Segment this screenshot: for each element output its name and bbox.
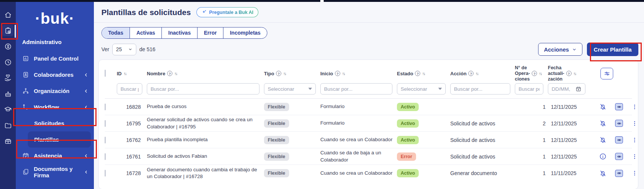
cell-id: 16728 bbox=[117, 170, 147, 176]
help-icon[interactable]: ? bbox=[468, 71, 474, 76]
tipo-badge: Flexible bbox=[264, 119, 289, 128]
notifications-off-icon[interactable] bbox=[599, 169, 607, 177]
help-icon[interactable]: ? bbox=[276, 71, 281, 76]
help-icon[interactable]: ? bbox=[566, 71, 572, 76]
sidebar-item-colaboradores[interactable]: Colaboradores bbox=[16, 67, 94, 83]
filter-accion-input[interactable] bbox=[450, 83, 510, 94]
row-checkbox[interactable] bbox=[105, 153, 106, 160]
page-size-value: 25 bbox=[116, 46, 122, 52]
filter-nombre-input[interactable] bbox=[147, 83, 259, 94]
cell-inicio: Cuando se crea un Colaborador bbox=[320, 170, 397, 177]
preview-button[interactable] bbox=[615, 103, 623, 110]
cell-fecha: 12/11/2025 bbox=[548, 154, 590, 160]
rail-remuneraciones-icon[interactable] bbox=[2, 42, 14, 50]
rail-celebraciones-cake-icon[interactable] bbox=[2, 90, 14, 98]
notifications-off-icon[interactable] bbox=[599, 119, 607, 127]
sidebar-item-solicitudes[interactable]: Solicitudes bbox=[28, 115, 91, 131]
rail-asistencia-clock-icon[interactable] bbox=[2, 58, 14, 66]
tab-todas[interactable]: Todas bbox=[102, 27, 130, 38]
sidebar-item-panel-de-control[interactable]: Panel de Control bbox=[16, 50, 94, 67]
filter-tipo-select[interactable]: Seleccionar bbox=[264, 83, 316, 94]
rail-workflow-clipboard-icon[interactable] bbox=[2, 25, 14, 36]
preview-button[interactable] bbox=[615, 153, 623, 160]
notifications-off-icon[interactable] bbox=[599, 103, 607, 111]
tipo-badge: Flexible bbox=[264, 136, 289, 144]
cell-num-operaciones: 1 bbox=[515, 154, 548, 160]
sort-icon[interactable]: ↑↓ bbox=[573, 71, 576, 76]
kebab-menu-icon[interactable] bbox=[631, 153, 638, 160]
sidebar-item-label: Documentos y Firma bbox=[34, 166, 84, 178]
crear-plantilla-button[interactable]: Crear Plantilla bbox=[587, 43, 638, 56]
help-icon[interactable]: ? bbox=[532, 71, 537, 76]
chevron-down-icon bbox=[128, 47, 133, 52]
sidebar-item-workflow[interactable]: Workflow bbox=[16, 99, 94, 115]
column-header-num-operaciones: N° de Opera- ciones ? ↑↓ bbox=[515, 65, 548, 82]
cell-id: 16762 bbox=[117, 137, 147, 143]
tab-error[interactable]: Error bbox=[197, 27, 223, 38]
row-checkbox[interactable] bbox=[105, 120, 106, 127]
kebab-menu-icon[interactable] bbox=[631, 120, 638, 127]
tab-incompletas[interactable]: Incompletas bbox=[223, 27, 267, 38]
column-settings-button[interactable] bbox=[600, 68, 613, 79]
select-all-checkbox[interactable] bbox=[105, 70, 106, 77]
sort-icon[interactable]: ↑↓ bbox=[342, 71, 345, 76]
notifications-off-icon[interactable] bbox=[599, 136, 607, 144]
dropdown-arrow-icon bbox=[438, 88, 442, 90]
sort-icon[interactable]: ↑↓ bbox=[124, 71, 126, 76]
calendar-icon[interactable] bbox=[575, 86, 582, 92]
sidebar-item-documentos-y-firma[interactable]: Documentos y Firma bbox=[16, 164, 94, 180]
eye-icon bbox=[617, 154, 622, 159]
rail-home-icon[interactable] bbox=[2, 11, 14, 19]
estado-badge: Activo bbox=[397, 119, 419, 128]
eye-icon bbox=[617, 121, 622, 126]
sort-icon[interactable]: ↑↓ bbox=[475, 71, 478, 76]
rail-modulos-icon[interactable] bbox=[2, 137, 14, 145]
rail-documentos-folder-icon[interactable] bbox=[2, 121, 14, 130]
filter-id-input[interactable] bbox=[117, 83, 142, 94]
column-header-estado: Estado ? ↑↓ bbox=[397, 71, 450, 76]
filter-estado-select[interactable]: Seleccionar bbox=[397, 83, 446, 94]
filter-num-operaciones-input[interactable] bbox=[515, 83, 543, 94]
help-icon[interactable]: ? bbox=[167, 71, 172, 76]
filter-inicio-input[interactable] bbox=[320, 83, 392, 94]
tab-inactivas[interactable]: Inactivas bbox=[161, 27, 197, 38]
help-icon[interactable]: ? bbox=[335, 71, 340, 76]
acciones-button[interactable]: Acciones bbox=[538, 43, 582, 56]
cell-fecha: 12/11/2025 bbox=[548, 137, 590, 143]
rail-capacitaciones-graduation-icon[interactable] bbox=[2, 105, 14, 114]
sort-icon[interactable]: ↑↓ bbox=[283, 71, 286, 76]
rail-selected-indicator bbox=[15, 25, 16, 38]
row-checkbox[interactable] bbox=[105, 104, 106, 110]
preview-button[interactable] bbox=[615, 170, 623, 177]
info-icon[interactable] bbox=[599, 152, 607, 160]
preview-button[interactable] bbox=[615, 136, 623, 143]
browser-top-bar bbox=[0, 0, 644, 2]
help-icon[interactable]: ? bbox=[415, 71, 420, 76]
sort-icon[interactable]: ↑↓ bbox=[539, 71, 541, 76]
calendar-check-icon bbox=[22, 152, 29, 159]
tipo-badge: Flexible bbox=[264, 152, 289, 161]
sort-icon[interactable]: ↑↓ bbox=[174, 71, 177, 76]
estado-badge: Activo bbox=[397, 136, 419, 144]
row-checkbox[interactable] bbox=[105, 137, 106, 143]
kebab-menu-icon[interactable] bbox=[631, 137, 638, 143]
sidebar-item-asistencia[interactable]: Asistencia bbox=[16, 148, 94, 164]
tab-activas[interactable]: Activas bbox=[130, 27, 161, 38]
sidebar-item-organizacion[interactable]: Organización bbox=[16, 83, 94, 99]
ask-buk-ai-label: Preguntale a Buk AI bbox=[209, 10, 253, 15]
row-checkbox[interactable] bbox=[105, 170, 106, 177]
table-row: 16728 Generar documento cuando cambia el… bbox=[105, 165, 632, 181]
filter-fecha-input[interactable]: DD/MM, bbox=[548, 83, 585, 94]
rail-beneficios-hand-heart-icon[interactable] bbox=[2, 74, 14, 82]
sort-icon[interactable]: ↑↓ bbox=[422, 71, 425, 76]
cell-id: 16828 bbox=[117, 104, 147, 110]
preview-button[interactable] bbox=[615, 120, 623, 127]
kebab-menu-icon[interactable] bbox=[631, 104, 638, 110]
sidebar-item-label: Colaboradores bbox=[34, 72, 74, 78]
kebab-menu-icon[interactable] bbox=[631, 170, 638, 177]
column-header-nombre: Nombre ? ↑↓ bbox=[147, 71, 264, 76]
ask-buk-ai-button[interactable]: Preguntale a Buk AI bbox=[196, 7, 258, 17]
page-size-select[interactable]: 25 bbox=[112, 44, 136, 55]
sidebar-item-plantillas[interactable]: Plantillas bbox=[28, 131, 91, 148]
cell-id: 16795 bbox=[117, 120, 147, 127]
